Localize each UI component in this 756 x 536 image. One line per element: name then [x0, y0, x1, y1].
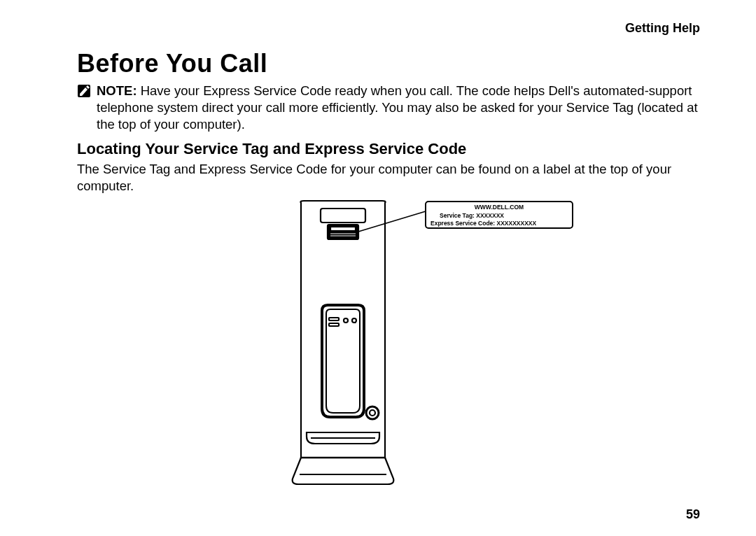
callout-line2: Service Tag: XXXXXXX	[440, 212, 504, 219]
document-page: Getting Help Before You Call NOTE: Have …	[0, 0, 756, 536]
note-block: NOTE: Have your Express Service Code rea…	[77, 83, 700, 133]
callout-line1: WWW.DELL.COM	[475, 204, 524, 211]
svg-line-13	[358, 211, 426, 232]
body-paragraph: The Service Tag and Express Service Code…	[77, 161, 700, 195]
svg-rect-6	[329, 318, 339, 320]
svg-rect-7	[329, 323, 339, 326]
svg-point-9	[352, 318, 356, 323]
note-icon	[77, 84, 91, 98]
note-label: NOTE:	[97, 83, 137, 98]
page-title: Before You Call	[77, 49, 700, 78]
callout-box: WWW.DELL.COM Service Tag: XXXXXXX Expres…	[426, 202, 573, 228]
svg-point-11	[370, 410, 375, 416]
svg-rect-3	[330, 227, 356, 231]
svg-point-10	[366, 407, 379, 419]
section-label: Getting Help	[625, 21, 700, 36]
svg-point-8	[344, 318, 348, 323]
callout-line3: Express Service Code: XXXXXXXXXX	[430, 220, 537, 227]
service-tag-figure: WWW.DELL.COM Service Tag: XXXXXXX Expres…	[77, 199, 700, 500]
note-text: NOTE: Have your Express Service Code rea…	[97, 83, 700, 133]
note-body: Have your Express Service Code ready whe…	[97, 83, 698, 132]
svg-rect-1	[321, 209, 365, 223]
page-number: 59	[686, 507, 700, 522]
subheading: Locating Your Service Tag and Express Se…	[77, 140, 700, 158]
